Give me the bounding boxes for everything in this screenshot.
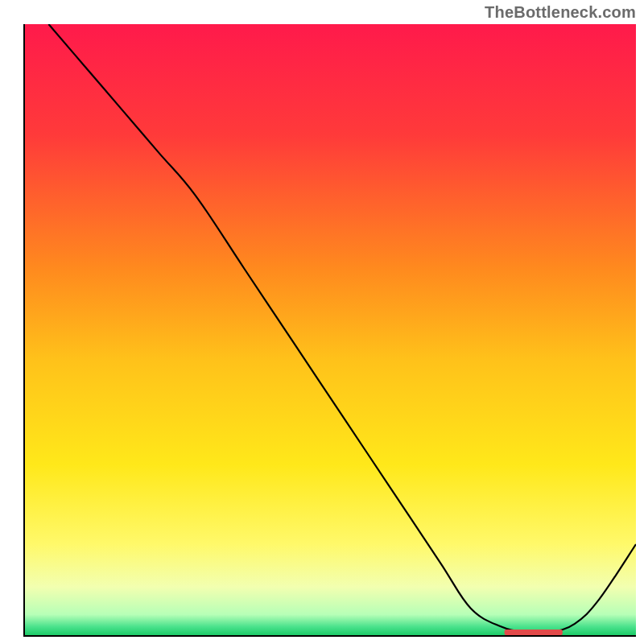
optimal-marker bbox=[505, 630, 563, 635]
watermark-label: TheBottleneck.com bbox=[485, 3, 636, 22]
chart-container: TheBottleneck.com bbox=[0, 0, 644, 644]
gradient-background bbox=[24, 24, 636, 636]
bottleneck-chart bbox=[0, 0, 644, 644]
